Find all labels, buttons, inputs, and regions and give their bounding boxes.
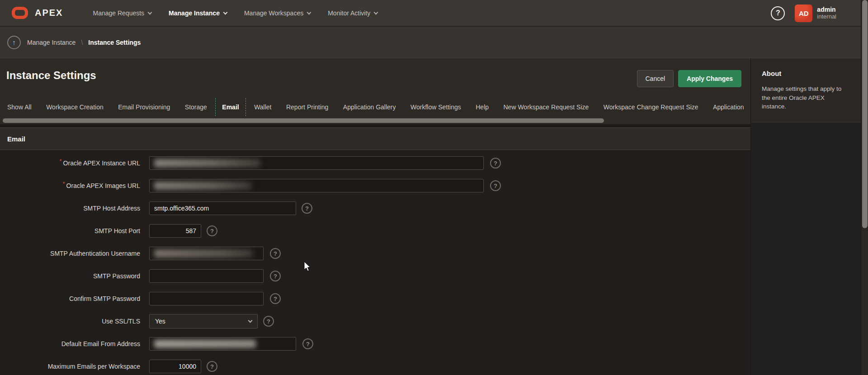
tab-workspace-creation[interactable]: Workspace Creation bbox=[40, 98, 110, 116]
about-body: Manage settings that apply to the entire… bbox=[762, 84, 850, 111]
main-nav: Manage Requests Manage Instance Manage W… bbox=[93, 9, 377, 17]
user-menu[interactable]: AD admin internal bbox=[795, 5, 836, 22]
redacted-value bbox=[154, 182, 251, 190]
field-help-icon[interactable]: ? bbox=[207, 361, 217, 372]
form-row: SMTP Host Port ? bbox=[0, 224, 750, 238]
scrollbar-thumb[interactable] bbox=[3, 118, 604, 123]
form-row: *Oracle APEX Instance URL ? bbox=[0, 156, 750, 170]
field-help-icon[interactable]: ? bbox=[270, 271, 281, 281]
field-help-icon[interactable]: ? bbox=[490, 180, 501, 191]
tab-wallet[interactable]: Wallet bbox=[248, 98, 278, 116]
form-row: Maximum Emails per Workspace ? bbox=[0, 360, 750, 373]
tab-workflow-settings[interactable]: Workflow Settings bbox=[404, 98, 467, 116]
use-ssl-tls-select[interactable]: Yes bbox=[149, 314, 258, 328]
user-org: internal bbox=[817, 14, 836, 20]
breadcrumb-separator: \ bbox=[81, 39, 83, 46]
field-help-icon[interactable]: ? bbox=[263, 316, 274, 327]
breadcrumb-parent[interactable]: Manage Instance bbox=[27, 39, 75, 46]
confirm-smtp-password-input[interactable] bbox=[149, 292, 264, 305]
form-row: SMTP Password ? bbox=[0, 269, 750, 283]
chevron-down-icon bbox=[307, 10, 311, 14]
nav-monitor-activity[interactable]: Monitor Activity bbox=[328, 9, 377, 17]
field-help-icon[interactable]: ? bbox=[302, 203, 312, 214]
max-emails-per-workspace-input[interactable] bbox=[149, 360, 201, 373]
page-vertical-scrollbar[interactable] bbox=[861, 0, 868, 375]
oracle-logo-icon bbox=[12, 7, 28, 19]
instance-url-input[interactable] bbox=[149, 156, 484, 170]
tab-show-all[interactable]: Show All bbox=[1, 98, 38, 116]
form-row: *Oracle APEX Images URL ? bbox=[0, 179, 750, 192]
chevron-down-icon bbox=[248, 318, 253, 323]
field-label: SMTP Host Port bbox=[0, 227, 140, 234]
header-right: ? AD admin internal bbox=[771, 0, 836, 26]
field-label: Oracle APEX Images URL bbox=[66, 182, 140, 189]
field-label: Oracle APEX Instance URL bbox=[63, 159, 140, 167]
form-row: Use SSL/TLS Yes ? bbox=[0, 314, 750, 328]
mouse-cursor bbox=[304, 261, 312, 274]
tab-workspace-change-request-size[interactable]: Workspace Change Request Size bbox=[597, 98, 705, 116]
chevron-down-icon bbox=[374, 10, 378, 14]
tabs-horizontal-scrollbar[interactable] bbox=[0, 118, 750, 123]
field-help-icon[interactable]: ? bbox=[302, 338, 313, 349]
redacted-value bbox=[154, 340, 256, 348]
title-row: Instance Settings Cancel Apply Changes bbox=[0, 58, 750, 86]
form-row: Confirm SMTP Password ? bbox=[0, 292, 750, 305]
up-arrow-icon[interactable]: ↑ bbox=[7, 36, 21, 49]
top-header: APEX Manage Requests Manage Instance Man… bbox=[0, 0, 868, 26]
tab-application-clipped[interactable]: Application bbox=[707, 98, 750, 116]
smtp-username-input[interactable] bbox=[149, 247, 264, 260]
tab-report-printing[interactable]: Report Printing bbox=[280, 98, 335, 116]
field-label: SMTP Host Address bbox=[0, 205, 140, 212]
breadcrumb: ↑ Manage Instance \ Instance Settings bbox=[0, 27, 868, 58]
breadcrumb-current: Instance Settings bbox=[88, 39, 141, 46]
about-panel: About Manage settings that apply to the … bbox=[751, 58, 861, 122]
field-help-icon[interactable]: ? bbox=[207, 225, 217, 236]
tab-new-workspace-request-size[interactable]: New Workspace Request Size bbox=[497, 98, 595, 116]
field-label: Maximum Emails per Workspace bbox=[0, 363, 140, 370]
selected-option: Yes bbox=[155, 318, 165, 325]
tab-storage[interactable]: Storage bbox=[179, 98, 213, 116]
field-label: Use SSL/TLS bbox=[0, 318, 140, 325]
field-label: Default Email From Address bbox=[0, 340, 140, 347]
scrollbar-thumb[interactable] bbox=[862, 0, 868, 228]
tab-email-provisioning[interactable]: Email Provisioning bbox=[112, 98, 176, 116]
redacted-value bbox=[154, 249, 253, 258]
required-marker: * bbox=[63, 180, 65, 187]
tab-email[interactable]: Email bbox=[215, 98, 245, 116]
smtp-host-port-input[interactable] bbox=[149, 224, 201, 238]
apply-changes-button[interactable]: Apply Changes bbox=[678, 70, 741, 87]
user-name: admin bbox=[817, 6, 836, 13]
right-side-panel: About Manage settings that apply to the … bbox=[750, 58, 861, 375]
cancel-button[interactable]: Cancel bbox=[637, 70, 674, 87]
apex-logo[interactable]: APEX bbox=[12, 7, 63, 19]
about-title: About bbox=[762, 70, 850, 77]
chevron-down-icon bbox=[148, 10, 152, 14]
smtp-password-input[interactable] bbox=[149, 269, 264, 283]
images-url-input[interactable] bbox=[149, 179, 484, 192]
field-help-icon[interactable]: ? bbox=[270, 293, 281, 304]
form-row: SMTP Authentication Username ? bbox=[0, 247, 750, 260]
chevron-down-icon bbox=[223, 10, 227, 14]
field-help-icon[interactable]: ? bbox=[270, 248, 281, 259]
nav-manage-requests[interactable]: Manage Requests bbox=[93, 9, 151, 17]
page-title: Instance Settings bbox=[6, 69, 96, 82]
brand-name: APEX bbox=[35, 8, 63, 18]
default-email-from-input[interactable] bbox=[149, 337, 296, 351]
field-label: SMTP Password bbox=[0, 272, 140, 280]
form-row: Default Email From Address ? bbox=[0, 337, 750, 351]
tab-application-gallery[interactable]: Application Gallery bbox=[337, 98, 402, 116]
section-title: Email bbox=[7, 135, 25, 143]
tab-help[interactable]: Help bbox=[469, 98, 495, 116]
field-label: SMTP Authentication Username bbox=[0, 250, 140, 257]
nav-manage-instance[interactable]: Manage Instance bbox=[169, 9, 227, 17]
smtp-host-address-input[interactable] bbox=[149, 202, 296, 215]
main-content: Instance Settings Cancel Apply Changes S… bbox=[0, 58, 750, 375]
redacted-value bbox=[154, 159, 260, 167]
divider bbox=[0, 124, 750, 127]
apex-admin-page: APEX Manage Requests Manage Instance Man… bbox=[0, 0, 868, 375]
header-help-icon[interactable]: ? bbox=[771, 6, 785, 20]
field-help-icon[interactable]: ? bbox=[490, 158, 501, 169]
required-marker: * bbox=[60, 158, 62, 164]
avatar: AD bbox=[795, 5, 812, 22]
nav-manage-workspaces[interactable]: Manage Workspaces bbox=[244, 9, 311, 17]
